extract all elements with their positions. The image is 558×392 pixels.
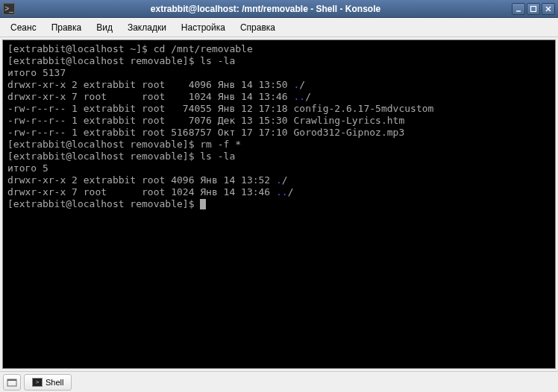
shell-tab-label: Shell bbox=[46, 378, 63, 387]
menu-session[interactable]: Сеанс bbox=[3, 19, 44, 36]
svg-rect-5 bbox=[7, 379, 16, 381]
shell-tab-icon: > bbox=[32, 378, 43, 387]
new-tab-button[interactable] bbox=[3, 374, 21, 391]
terminal[interactable]: [extrabbit@localhost ~]$ cd /mnt/removab… bbox=[2, 39, 556, 369]
minimize-button[interactable] bbox=[512, 3, 525, 15]
window-controls bbox=[512, 3, 555, 15]
terminal-frame: [extrabbit@localhost ~]$ cd /mnt/removab… bbox=[0, 37, 558, 371]
window-titlebar: >_ extrabbit@localhost: /mnt/removable -… bbox=[0, 0, 558, 18]
maximize-button[interactable] bbox=[527, 3, 540, 15]
menu-help[interactable]: Справка bbox=[233, 19, 283, 36]
menu-edit[interactable]: Правка bbox=[44, 19, 90, 36]
window-title: extrabbit@localhost: /mnt/removable - Sh… bbox=[19, 4, 512, 14]
svg-rect-1 bbox=[531, 6, 536, 11]
close-button[interactable] bbox=[542, 3, 555, 15]
menubar: Сеанс Правка Вид Закладки Настройка Спра… bbox=[0, 18, 558, 37]
menu-view[interactable]: Вид bbox=[89, 19, 120, 36]
menu-settings[interactable]: Настройка bbox=[174, 19, 233, 36]
window-icon: >_ bbox=[3, 3, 15, 15]
shell-tab[interactable]: > Shell bbox=[24, 374, 72, 391]
statusbar: > Shell bbox=[0, 371, 558, 392]
menu-bookmarks[interactable]: Закладки bbox=[120, 19, 174, 36]
